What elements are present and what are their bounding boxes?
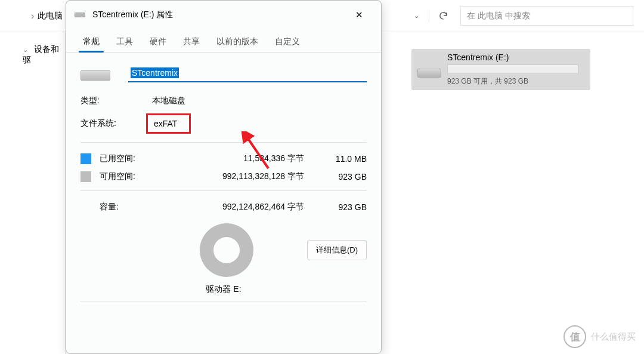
- free-space-size: 923 GB: [322, 172, 367, 181]
- sidebar-item-label: 设备和驱: [23, 44, 59, 64]
- divider: [80, 190, 367, 191]
- chevron-right-icon: ›: [31, 11, 34, 21]
- refresh-button[interactable]: [433, 6, 453, 26]
- used-space-label: 已用空间:: [100, 153, 156, 164]
- watermark-text: 什么值得买: [591, 331, 636, 343]
- tab-bar: 常规 工具 硬件 共享 以前的版本 自定义: [66, 32, 381, 53]
- type-value: 本地磁盘: [152, 96, 185, 106]
- filesystem-value: exFAT: [154, 119, 177, 128]
- chevron-down-icon: ⌄: [23, 46, 28, 53]
- breadcrumb-this-pc[interactable]: 此电脑: [38, 11, 63, 21]
- divider: [80, 142, 367, 143]
- free-color-icon: [80, 171, 91, 182]
- dialog-titlebar: STcentremix (E:) 属性 ✕: [66, 1, 381, 28]
- details-button[interactable]: 详细信息(D): [307, 240, 367, 260]
- type-label: 类型:: [80, 96, 152, 106]
- free-space-label: 可用空间:: [100, 171, 156, 182]
- drive-name-label: STcentremix (E:): [447, 53, 586, 62]
- sidebar-item-devices[interactable]: ⌄ 设备和驱: [23, 44, 65, 66]
- usage-donut-chart: [200, 223, 253, 277]
- annotation-highlight-box: exFAT: [146, 113, 191, 134]
- capacity-size: 923 GB: [322, 202, 367, 212]
- sidebar: ⌄ 设备和驱: [0, 32, 66, 354]
- filesystem-label: 文件系统:: [80, 118, 152, 129]
- tab-sharing[interactable]: 共享: [175, 32, 208, 52]
- drive-usage-bar: [447, 64, 578, 74]
- free-space-bytes: 992,113,328,128 字节: [156, 171, 322, 182]
- refresh-icon: [438, 11, 448, 21]
- drive-icon: [80, 66, 110, 81]
- properties-dialog: STcentremix (E:) 属性 ✕ 常规 工具 硬件 共享 以前的版本 …: [66, 0, 382, 354]
- watermark: 值 什么值得买: [564, 325, 636, 348]
- drive-icon: [416, 59, 441, 81]
- tab-customize[interactable]: 自定义: [267, 32, 308, 52]
- tab-general[interactable]: 常规: [75, 32, 108, 52]
- divider: [80, 301, 367, 301]
- used-space-size: 11.0 MB: [322, 154, 367, 164]
- used-space-bytes: 11,534,336 字节: [156, 153, 322, 164]
- back-button[interactable]: [6, 5, 27, 27]
- drive-letter-label: 驱动器 E:: [80, 284, 367, 295]
- capacity-label: 容量:: [100, 202, 156, 213]
- divider: [429, 10, 429, 23]
- address-dropdown-icon[interactable]: ⌄: [407, 12, 425, 20]
- used-color-icon: [80, 153, 91, 164]
- drive-free-label: 923 GB 可用，共 923 GB: [447, 76, 586, 87]
- close-button[interactable]: ✕: [345, 7, 373, 23]
- capacity-bytes: 992,124,862,464 字节: [156, 202, 322, 213]
- watermark-badge-icon: 值: [564, 325, 586, 348]
- search-input[interactable]: 在 此电脑 中搜索: [460, 6, 633, 26]
- tab-previous-versions[interactable]: 以前的版本: [208, 32, 267, 52]
- tab-tools[interactable]: 工具: [108, 32, 141, 52]
- drive-name-selection: STcentremix: [131, 67, 179, 78]
- tab-hardware[interactable]: 硬件: [141, 32, 175, 52]
- dialog-title: STcentremix (E:) 属性: [92, 10, 173, 20]
- hdd-icon: [75, 13, 85, 17]
- drive-card-stcentremix[interactable]: STcentremix (E:) 923 GB 可用，共 923 GB: [411, 49, 590, 90]
- drive-name-input[interactable]: STcentremix: [128, 64, 367, 82]
